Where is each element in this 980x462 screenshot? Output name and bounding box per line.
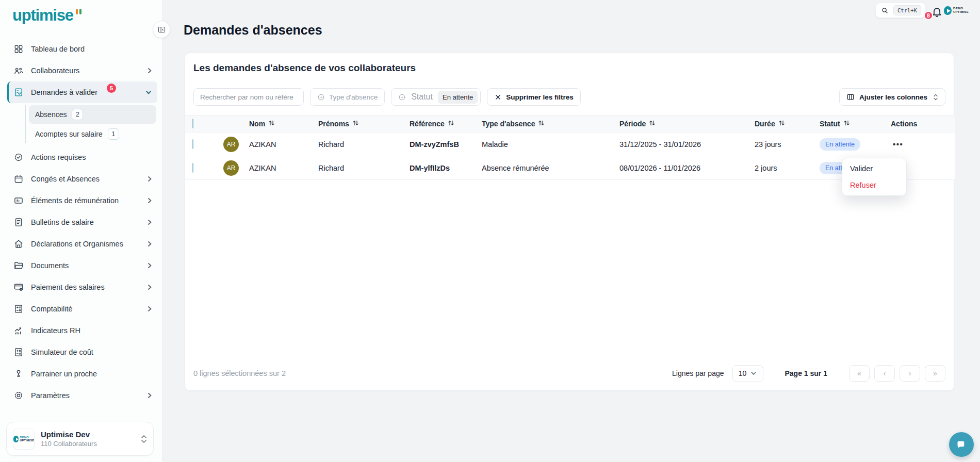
table-row[interactable]: ARAZIKAN Richard DM-ylfIlzDs Absence rém…	[185, 156, 955, 180]
row-checkbox[interactable]	[192, 139, 193, 149]
column-header-statut[interactable]: Statut	[814, 120, 886, 128]
filter-status-button[interactable]: Statut En attente	[391, 88, 481, 106]
sidebar-item-label: Éléments de rémunération	[31, 196, 119, 205]
sidebar-item-parrainer[interactable]: Parrainer un proche	[0, 363, 162, 385]
pending-count-badge: 5	[107, 84, 116, 93]
column-header-duree[interactable]: Durée	[749, 120, 814, 128]
row-actions-menu: Valider Refuser	[842, 158, 907, 196]
chevron-right-icon	[146, 197, 153, 204]
cell-duree: 2 jours	[749, 164, 814, 172]
sidebar-nav: Tableau de bord Collaborateurs Demandes …	[0, 38, 162, 406]
sidebar-item-elements-remuneration[interactable]: 5: Éléments de rémunération	[0, 190, 162, 211]
column-header-reference[interactable]: Référence	[404, 120, 477, 128]
sidebar-item-label: Déclarations et Organismes	[31, 240, 123, 248]
calendar-icon	[13, 174, 24, 184]
workspace-logo: DEMO UPTIMISE	[13, 428, 35, 450]
sidebar-item-bulletins-salaire[interactable]: Bulletins de salaire	[0, 211, 162, 233]
sidebar-subitem-label: Acomptes sur salaire	[35, 130, 103, 138]
sidebar-item-label: Comptabilité	[31, 305, 73, 313]
column-header-type[interactable]: Type d'absence	[477, 120, 614, 128]
chat-bubble-icon	[955, 438, 968, 451]
sidebar-item-documents[interactable]: Documents	[0, 255, 162, 276]
sidebar-item-label: Demandes à valider	[31, 88, 97, 96]
plus-circle-icon	[398, 93, 406, 101]
pagination-last-button[interactable]: »	[925, 365, 945, 382]
pagination-next-button[interactable]: ›	[900, 365, 920, 382]
sidebar-item-paiement-salaires[interactable]: Paiement des salaires	[0, 276, 162, 298]
row-checkbox[interactable]	[192, 163, 193, 173]
clipboard-check-icon	[13, 87, 24, 97]
workspace-switcher[interactable]: DEMO UPTIMISE Uptimise Dev 110 Collabora…	[6, 422, 154, 456]
adjust-columns-button[interactable]: Ajuster les colonnes	[839, 88, 945, 106]
search-input[interactable]	[193, 88, 304, 106]
sidebar-item-label: Simulateur de coût	[31, 348, 93, 356]
sidebar-item-label: Indicateurs RH	[31, 326, 80, 335]
cell-periode: 31/12/2025 - 31/01/2026	[614, 140, 749, 148]
sidebar-item-label: Collaborateurs	[31, 67, 79, 75]
seal-check-icon	[13, 152, 24, 162]
sidebar-item-conges-absences[interactable]: Congés et Absences	[0, 168, 162, 190]
sidebar-item-collaborateurs[interactable]: Collaborateurs	[0, 60, 162, 81]
dashboard-icon	[13, 44, 24, 54]
sidebar-item-parametres[interactable]: Paramètres	[0, 385, 162, 406]
payslip-icon	[13, 217, 24, 227]
folder-icon	[13, 260, 24, 271]
chevron-right-icon	[146, 219, 153, 226]
table-row[interactable]: ARAZIKAN Richard DM-zvyZmfsB Maladie 31/…	[185, 133, 955, 156]
filter-status-value-chip[interactable]: En attente	[438, 91, 478, 104]
sort-icon	[352, 120, 359, 128]
sidebar-subitem-absences[interactable]: Absences 2	[29, 105, 156, 124]
account-avatar[interactable]: DEMO UPTIMISE	[944, 2, 969, 19]
column-header-prenoms[interactable]: Prénoms	[313, 120, 404, 128]
filter-type-button[interactable]: Type d'absence	[310, 88, 385, 106]
sort-icon	[268, 120, 275, 128]
sort-icon	[448, 120, 454, 128]
sort-icon	[538, 120, 545, 128]
acomptes-count-badge: 1	[108, 128, 119, 140]
sidebar-item-indicateurs-rh[interactable]: Indicateurs RH	[0, 320, 162, 341]
banknote-icon: 5:	[13, 195, 24, 206]
absence-requests-card: Les demandes d'absence de vos collaborat…	[185, 53, 954, 391]
calculator-icon	[13, 304, 24, 314]
page-title: Demandes d'absences	[184, 23, 322, 38]
sidebar-subitem-label: Absences	[35, 110, 67, 119]
sidebar-item-label: Paramètres	[31, 391, 70, 400]
pagination-prev-button[interactable]: ‹	[874, 365, 895, 382]
workspace-subtitle: 110 Collaborateurs	[41, 440, 97, 448]
row-actions-button[interactable]: •••	[886, 140, 955, 148]
column-header-periode[interactable]: Période	[614, 120, 749, 128]
global-search-button[interactable]: Ctrl+K	[875, 3, 926, 18]
sidebar-item-actions-requises[interactable]: Actions requises	[0, 146, 162, 168]
chat-launcher-button[interactable]	[949, 432, 974, 457]
trend-chart-icon	[13, 325, 24, 336]
sidebar-item-dashboard[interactable]: Tableau de bord	[0, 38, 162, 60]
clear-filters-button[interactable]: Supprimer les filtres	[487, 88, 581, 106]
filter-type-label: Type d'absence	[329, 93, 378, 101]
sidebar-item-declarations-organismes[interactable]: Déclarations et Organismes	[0, 233, 162, 255]
sidebar-item-label: Congés et Absences	[31, 175, 100, 183]
panel-left-icon	[157, 25, 166, 34]
sort-icon	[843, 120, 850, 128]
notifications-button[interactable]: 8	[927, 4, 943, 22]
menu-item-valider[interactable]: Valider	[842, 160, 906, 177]
pagination-first-button[interactable]: «	[849, 365, 870, 382]
sidebar-item-label: Tableau de bord	[31, 45, 85, 53]
brand-logo[interactable]: uptimise	[12, 7, 81, 23]
workspace-logo-mark-icon	[13, 436, 19, 442]
sidebar-item-label: Actions requises	[31, 153, 86, 161]
sidebar-collapse-button[interactable]	[153, 21, 170, 38]
sidebar-item-comptabilite[interactable]: Comptabilité	[0, 298, 162, 320]
absences-count-badge: 2	[72, 109, 83, 120]
cell-reference: DM-zvyZmfsB	[404, 140, 477, 148]
menu-item-refuser[interactable]: Refuser	[842, 177, 906, 193]
sidebar-item-simulateur-cout[interactable]: Simulateur de coût	[0, 341, 162, 363]
organization-building-icon	[13, 239, 24, 249]
column-header-nom[interactable]: Nom	[218, 120, 313, 128]
sidebar-item-demandes-a-valider[interactable]: Demandes à valider 5	[7, 81, 157, 103]
filter-bar: Type d'absence Statut En attente Supprim…	[193, 88, 945, 106]
sidebar-subitem-acomptes[interactable]: Acomptes sur salaire 1	[29, 125, 156, 143]
chevron-down-icon	[145, 89, 152, 96]
notification-count-badge: 8	[924, 11, 933, 20]
rows-per-page-select[interactable]: 10	[732, 365, 763, 382]
select-all-checkbox[interactable]	[192, 119, 193, 128]
